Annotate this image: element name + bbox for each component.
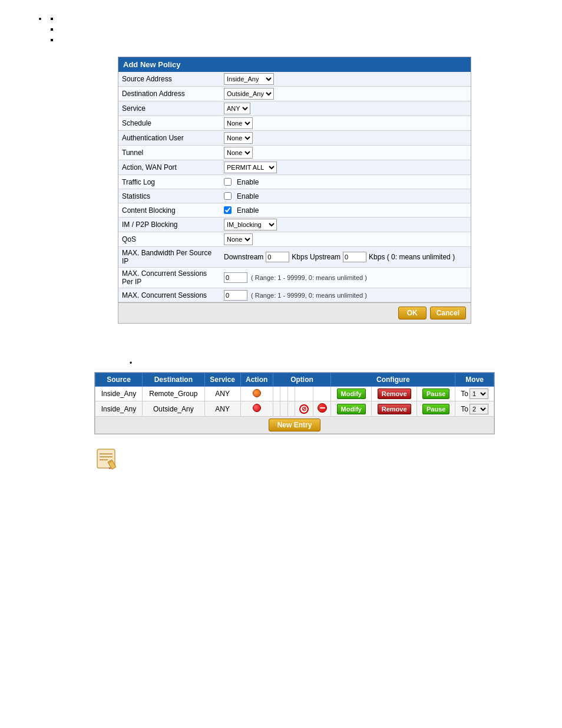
policy-table-wrapper: Source Destination Service Action Option…	[94, 372, 495, 434]
row2-opt5	[313, 401, 331, 417]
service-select[interactable]: ANY	[224, 103, 250, 114]
traffic-log-row: Traffic Log Enable	[118, 175, 471, 189]
tunnel-select[interactable]: None	[224, 147, 253, 159]
action-wan-label: Action, WAN Port	[118, 162, 222, 173]
th-option: Option	[273, 373, 331, 387]
source-address-row: Source Address Inside_Any Outside_Any	[118, 72, 471, 87]
action-wan-row: Action, WAN Port PERMIT ALL DENY	[118, 160, 471, 175]
statistics-row: Statistics Enable	[118, 189, 471, 203]
row1-opt3	[287, 387, 295, 401]
max-bw-row: MAX. Bandwidth Per Source IP Downstream …	[118, 247, 471, 268]
max-concurrent-input[interactable]	[224, 290, 247, 301]
action-wan-select[interactable]: PERMIT ALL DENY	[224, 162, 277, 173]
max-concurrent-per-ip-row: MAX. Concurrent Sessions Per IP ( Range:…	[118, 268, 471, 288]
row2-source: Inside_Any	[95, 401, 143, 417]
tunnel-control: None	[222, 146, 471, 160]
statistics-enable: Enable	[237, 192, 259, 200]
upstream-label: Kbps Upstream	[292, 253, 340, 261]
content-blocking-checkbox[interactable]	[224, 206, 232, 214]
row2-opt2	[280, 401, 287, 417]
row2-opt3	[287, 401, 295, 417]
max-bw-label: MAX. Bandwidth Per Source IP	[118, 247, 222, 267]
source-address-select[interactable]: Inside_Any Outside_Any	[224, 73, 274, 85]
th-configure: Configure	[331, 373, 455, 387]
qos-control: None	[222, 232, 471, 246]
small-bullet: •	[130, 359, 550, 367]
im-p2p-label: IM / P2P Blocking	[118, 219, 222, 230]
row1-opt2	[280, 387, 287, 401]
max-concurrent-per-ip-label: MAX. Concurrent Sessions Per IP	[118, 268, 222, 288]
traffic-log-checkbox[interactable]	[224, 178, 232, 186]
row1-service: ANY	[204, 387, 240, 401]
downstream-label: Downstream	[224, 253, 263, 261]
row2-remove: Remove	[372, 401, 417, 417]
policy-table: Source Destination Service Action Option…	[95, 373, 494, 434]
row1-pause-button[interactable]: Pause	[422, 388, 449, 399]
max-concurrent-label: MAX. Concurrent Sessions	[118, 289, 222, 301]
qos-row: QoS None	[118, 232, 471, 247]
no-icon: ⊘	[299, 404, 309, 414]
service-label: Service	[118, 103, 222, 114]
note-icon	[94, 446, 121, 473]
svg-rect-3	[100, 459, 108, 460]
im-p2p-select[interactable]: IM_blocking None	[224, 219, 277, 230]
destination-address-label: Destination Address	[118, 88, 222, 100]
svg-rect-2	[100, 456, 113, 457]
row2-move-select[interactable]: 1 2	[470, 404, 488, 414]
ok-button[interactable]: OK	[398, 307, 427, 319]
sub-bullet-1	[59, 14, 550, 22]
max-concurrent-row: MAX. Concurrent Sessions ( Range: 1 - 99…	[118, 288, 471, 302]
max-concurrent-per-ip-input[interactable]	[224, 272, 247, 283]
qos-select[interactable]: None	[224, 233, 253, 245]
th-destination: Destination	[142, 373, 204, 387]
row1-action	[240, 387, 273, 401]
source-address-label: Source Address	[118, 73, 222, 85]
row2-remove-button[interactable]: Remove	[378, 404, 411, 414]
new-entry-button[interactable]: New Entry	[269, 419, 321, 431]
cancel-button[interactable]: Cancel	[430, 307, 466, 319]
row1-opt4	[295, 387, 313, 401]
service-control: ANY	[222, 101, 471, 116]
table-row: Inside_Any Outside_Any ANY ⊘ Modify	[95, 401, 494, 417]
section-gap-1	[12, 324, 550, 341]
auth-user-select[interactable]: None	[224, 132, 253, 144]
row1-remove: Remove	[372, 387, 417, 401]
max-concurrent-per-ip-control: ( Range: 1 - 99999, 0: means unlimited )	[222, 271, 471, 284]
max-bw-control: Downstream Kbps Upstream Kbps ( 0: means…	[222, 251, 471, 263]
upstream-input[interactable]	[343, 252, 366, 262]
row2-modify: Modify	[331, 401, 372, 417]
schedule-control: None	[222, 116, 471, 130]
row1-source: Inside_Any	[95, 387, 143, 401]
traffic-log-label: Traffic Log	[118, 176, 222, 188]
bw-suffix: Kbps ( 0: means unlimited )	[369, 253, 455, 261]
row2-modify-button[interactable]: Modify	[337, 404, 366, 414]
schedule-select[interactable]: None	[224, 117, 253, 129]
statistics-checkbox[interactable]	[224, 192, 232, 200]
row2-pause: Pause	[417, 401, 455, 417]
row2-to-label: To	[461, 405, 468, 413]
traffic-log-enable: Enable	[237, 178, 259, 186]
qos-label: QoS	[118, 233, 222, 245]
action-icon-red	[253, 404, 261, 412]
th-source: Source	[95, 373, 143, 387]
row1-modify-button[interactable]: Modify	[337, 388, 366, 399]
content-blocking-control: Enable	[222, 205, 471, 216]
im-p2p-control: IM_blocking None	[222, 218, 471, 232]
row1-remove-button[interactable]: Remove	[378, 388, 411, 399]
row2-action	[240, 401, 273, 417]
row1-move-select[interactable]: 1 2	[470, 388, 488, 399]
downstream-input[interactable]	[266, 252, 289, 262]
th-service: Service	[204, 373, 240, 387]
row1-move: To 1 2	[455, 387, 494, 401]
content-blocking-label: Content Blocking	[118, 205, 222, 216]
max-concurrent-per-ip-range: ( Range: 1 - 99999, 0: means unlimited )	[251, 274, 367, 281]
table-row: Inside_Any Remote_Group ANY Modify Remov…	[95, 387, 494, 401]
auth-user-row: Authentication User None	[118, 131, 471, 146]
row2-move: To 1 2	[455, 401, 494, 417]
section-gap-2	[12, 341, 550, 359]
bullet-list	[12, 6, 550, 52]
destination-address-select[interactable]: Outside_Any Inside_Any	[224, 88, 274, 100]
row2-pause-button[interactable]: Pause	[422, 404, 449, 414]
action-icon-orange	[253, 389, 261, 397]
add-new-policy-form: Add New Policy Source Address Inside_Any…	[118, 57, 471, 324]
